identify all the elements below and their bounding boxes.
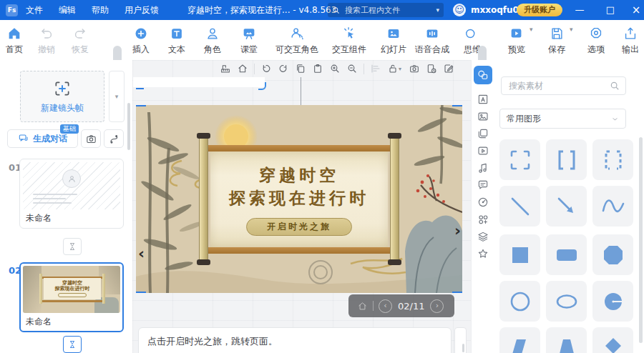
slide-title-line-2[interactable]: 探索现在进行时: [229, 187, 369, 209]
nav-next-button[interactable]: ›: [430, 299, 444, 313]
shape-trapezoid[interactable]: [546, 327, 587, 353]
shape-line[interactable]: [499, 186, 540, 227]
toolbar-tts-button[interactable]: 语音合成: [415, 26, 449, 56]
toolbar-classroom-button[interactable]: 课堂: [240, 26, 258, 56]
material-search-input[interactable]: [507, 80, 610, 91]
lock-caret-icon[interactable]: ▾: [399, 66, 401, 72]
toolbar-redo-button[interactable]: 恢复: [72, 26, 89, 56]
new-frame-caret-button[interactable]: ▾: [109, 71, 125, 122]
toolbar-interactive-role-button[interactable]: 可交互角色: [275, 26, 318, 56]
tab-text[interactable]: [474, 91, 492, 107]
save-caret-icon[interactable]: ▾: [570, 26, 573, 33]
transition-button-2[interactable]: [63, 336, 82, 353]
tab-favorites[interactable]: [474, 246, 492, 262]
toolbar-preview-button[interactable]: 预览: [508, 26, 525, 56]
copy-icon[interactable]: [292, 61, 309, 76]
tab-comment[interactable]: [474, 177, 492, 193]
tab-video[interactable]: [474, 143, 492, 159]
offscreen-text-element[interactable]: [133, 77, 265, 87]
shape-octagon[interactable]: [592, 234, 633, 275]
menu-help[interactable]: 帮助: [84, 0, 117, 20]
shape-pie[interactable]: [592, 281, 633, 322]
shape-square[interactable]: [499, 234, 540, 275]
avatar[interactable]: ☺: [453, 4, 466, 16]
tab-shapes[interactable]: [474, 66, 492, 84]
toolbar-insert-button[interactable]: 插入: [132, 26, 150, 56]
toolbar-slides-button[interactable]: 幻灯片: [381, 26, 406, 56]
toolbar-interactive-widget-button[interactable]: 交互组件: [332, 26, 366, 56]
toolbar-text-button[interactable]: 文本: [168, 26, 185, 56]
minimize-button[interactable]: —: [567, 0, 592, 20]
close-button[interactable]: ×: [624, 0, 644, 20]
new-frame-button[interactable]: 新建镜头帧: [20, 71, 104, 122]
tab-pages[interactable]: [474, 126, 492, 141]
scroll-paper[interactable]: 穿越时空 探索现在进行时 开启时光之旅: [210, 151, 388, 247]
shape-dashed-bracket-frame[interactable]: [592, 139, 633, 180]
tab-layers[interactable]: [474, 229, 492, 244]
slide-card-2[interactable]: 穿越时空 探索现在进行时 未命名: [19, 262, 124, 332]
snapshot-camera-icon[interactable]: [406, 61, 423, 76]
shape-ellipse[interactable]: [546, 281, 587, 322]
note-side-panel[interactable]: [454, 327, 467, 353]
slide-title-line-1[interactable]: 穿越时空: [259, 164, 339, 187]
toolbar-options-button[interactable]: 选项: [587, 26, 605, 56]
edit-note-icon[interactable]: [440, 61, 457, 76]
toolbar-role-button[interactable]: 角色: [204, 26, 221, 56]
shape-arrow[interactable]: [546, 186, 587, 227]
rotate-right-icon[interactable]: [275, 61, 292, 76]
zoom-out-icon[interactable]: [343, 61, 361, 76]
project-search-input[interactable]: [343, 5, 436, 16]
nav-prev-button[interactable]: ‹: [379, 299, 392, 313]
music-note-icon: [477, 161, 489, 174]
tab-dial[interactable]: [474, 194, 492, 210]
shape-corner-frame[interactable]: [499, 139, 540, 180]
shape-bracket-frame[interactable]: [546, 139, 587, 180]
start-journey-button[interactable]: 开启时光之旅: [246, 218, 352, 236]
note-textbox[interactable]: 点击开启时光之旅，跳转页面。: [138, 327, 452, 353]
shape-curve[interactable]: [592, 186, 633, 227]
toolbar-save-button[interactable]: 保存: [548, 26, 565, 56]
toolbar-output-button[interactable]: 输出: [622, 26, 639, 56]
upgrade-account-button[interactable]: 升级账户: [517, 4, 562, 16]
ruler-icon[interactable]: [217, 61, 234, 76]
paste-icon[interactable]: [309, 61, 326, 76]
menu-feedback[interactable]: 用户反馈: [117, 0, 167, 20]
slide-stage[interactable]: 穿越时空 探索现在进行时 开启时光之旅: [136, 105, 462, 293]
menu-edit[interactable]: 编辑: [51, 0, 84, 20]
rotate-left-icon[interactable]: [258, 61, 275, 76]
transition-button-1[interactable]: [63, 238, 82, 255]
tab-music[interactable]: [474, 160, 492, 176]
shape-rounded-rectangle[interactable]: [546, 234, 587, 275]
camera-frame-button[interactable]: [81, 129, 101, 148]
zoom-in-icon[interactable]: [326, 61, 343, 76]
prev-page-chevron[interactable]: ‹: [138, 244, 145, 262]
shape-circle[interactable]: [499, 281, 540, 322]
nav-home-icon[interactable]: [357, 301, 368, 312]
material-search[interactable]: [501, 76, 626, 95]
page-timer-icon[interactable]: [423, 61, 440, 76]
canvas[interactable]: ▾: [132, 60, 471, 353]
maximize-button[interactable]: □: [598, 0, 623, 20]
tab-components[interactable]: [474, 212, 492, 227]
preview-play-icon: [509, 26, 525, 41]
toolbar-undo-button[interactable]: 撤销: [38, 26, 55, 56]
note-scrollbar[interactable]: [462, 344, 464, 352]
project-search[interactable]: ▾: [328, 3, 444, 17]
slide-card-1[interactable]: 未命名: [19, 159, 124, 229]
left-panel-scrollbar[interactable]: [127, 103, 130, 150]
search-icon: [332, 6, 340, 14]
shape-diamond[interactable]: [592, 327, 633, 353]
shape-category-select[interactable]: 常用图形: [499, 109, 626, 129]
next-page-chevron[interactable]: ›: [454, 222, 461, 239]
shape-parallelogram[interactable]: [499, 327, 540, 353]
menu-file[interactable]: 文件: [18, 0, 51, 20]
preview-caret-icon[interactable]: ▾: [530, 26, 533, 33]
toolbar-home-button[interactable]: 首页: [6, 26, 23, 56]
path-curve-icon: [108, 133, 120, 145]
search-caret-icon[interactable]: ▾: [436, 6, 439, 14]
right-panel-scrollbar[interactable]: [639, 137, 643, 343]
motion-path-button[interactable]: [104, 129, 124, 148]
fit-home-icon[interactable]: [234, 61, 251, 76]
tab-image[interactable]: [474, 109, 492, 124]
align-icon[interactable]: [367, 61, 384, 76]
